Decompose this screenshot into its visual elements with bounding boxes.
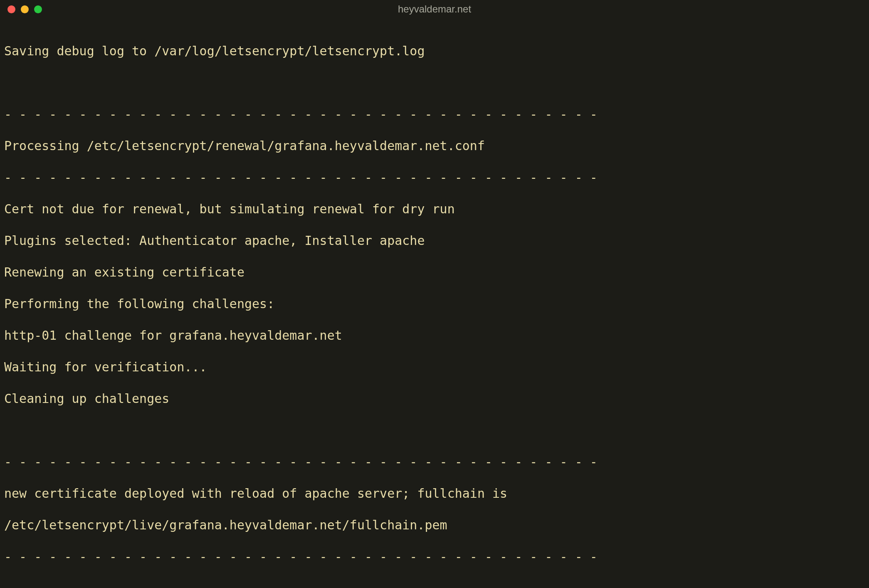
terminal-body[interactable]: Saving debug log to /var/log/letsencrypt… — [0, 18, 869, 588]
window-controls — [7, 5, 42, 13]
output-line: Renewing an existing certificate — [4, 264, 865, 280]
output-line: Cert not due for renewal, but simulating… — [4, 201, 865, 217]
output-line: Processing /etc/letsencrypt/renewal/graf… — [4, 138, 865, 154]
output-line: new certificate deployed with reload of … — [4, 486, 865, 502]
terminal-window: heyvaldemar.net Saving debug log to /var… — [0, 0, 869, 588]
blank-line — [4, 581, 865, 588]
divider-line: - - - - - - - - - - - - - - - - - - - - … — [4, 170, 865, 185]
window-title: heyvaldemar.net — [0, 3, 869, 15]
divider-line: - - - - - - - - - - - - - - - - - - - - … — [4, 106, 865, 122]
minimize-icon[interactable] — [21, 5, 29, 13]
blank-line — [4, 75, 865, 91]
output-line: /etc/letsencrypt/live/grafana.heyvaldema… — [4, 517, 865, 533]
output-line: Saving debug log to /var/log/letsencrypt… — [4, 43, 865, 59]
close-icon[interactable] — [7, 5, 15, 13]
zoom-icon[interactable] — [34, 5, 42, 13]
output-line: Performing the following challenges: — [4, 296, 865, 312]
output-line: http-01 challenge for grafana.heyvaldema… — [4, 328, 865, 343]
divider-line: - - - - - - - - - - - - - - - - - - - - … — [4, 454, 865, 470]
titlebar: heyvaldemar.net — [0, 0, 869, 18]
divider-line: - - - - - - - - - - - - - - - - - - - - … — [4, 549, 865, 565]
blank-line — [4, 422, 865, 438]
output-line: Plugins selected: Authenticator apache, … — [4, 233, 865, 249]
output-line: Waiting for verification... — [4, 359, 865, 375]
output-line: Cleaning up challenges — [4, 391, 865, 407]
